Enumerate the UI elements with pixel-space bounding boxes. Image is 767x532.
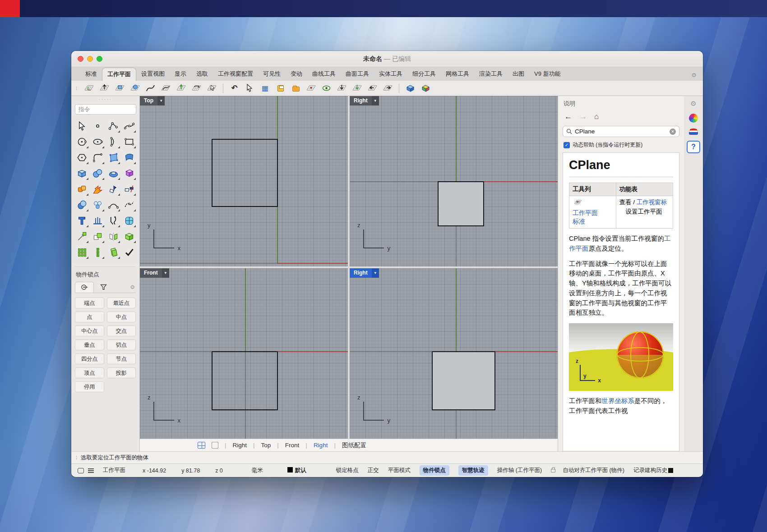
circle-center-icon[interactable] bbox=[74, 134, 90, 150]
ellipse-icon[interactable] bbox=[90, 134, 106, 150]
boolean-circles-icon[interactable] bbox=[74, 197, 90, 213]
toolbar-drag-handle[interactable]: ⁞ bbox=[76, 87, 79, 89]
torus-icon[interactable] bbox=[106, 165, 121, 181]
viewport-right-top[interactable]: Right▼ zy bbox=[350, 96, 558, 266]
tab-surface-tools[interactable]: 曲面工具 bbox=[341, 68, 374, 81]
fillet-corner-icon[interactable] bbox=[90, 150, 106, 165]
cplane-normal-icon[interactable] bbox=[176, 83, 187, 94]
tab-standard[interactable]: 标准 bbox=[80, 68, 102, 81]
subd-box-icon[interactable] bbox=[121, 213, 137, 229]
tab-select[interactable]: 选取 bbox=[191, 68, 213, 81]
tab-render-tools[interactable]: 渲染工具 bbox=[474, 68, 508, 81]
box-icon[interactable] bbox=[74, 165, 90, 181]
sphere-icon[interactable] bbox=[90, 165, 106, 181]
toggle-smarttrack[interactable]: 智慧轨迹 bbox=[458, 465, 488, 476]
home-icon[interactable]: ⌂ bbox=[594, 112, 599, 121]
tab-set-view[interactable]: 设置视图 bbox=[136, 68, 170, 81]
osnap-tab-filter[interactable] bbox=[94, 282, 113, 293]
viewport-title[interactable]: Right bbox=[350, 96, 372, 105]
osnap-point[interactable]: 点 bbox=[75, 312, 104, 322]
select-arrow-icon[interactable] bbox=[74, 118, 90, 134]
viewport-top[interactable]: Top▼ yx bbox=[140, 96, 348, 266]
viewport-menu-chevron-icon[interactable]: ▼ bbox=[162, 268, 169, 278]
osnap-gear-icon[interactable]: ⚙ bbox=[130, 284, 135, 290]
help-search-field[interactable]: CPlane ✕ bbox=[563, 126, 679, 137]
tab-v9-new[interactable]: V9 新功能 bbox=[529, 68, 566, 81]
tab-mesh-tools[interactable]: 网格工具 bbox=[441, 68, 474, 81]
layer-indicator[interactable]: 默认 bbox=[287, 467, 306, 474]
explode-icon[interactable] bbox=[90, 181, 106, 197]
tab-display[interactable]: 显示 bbox=[170, 68, 191, 81]
arc-icon[interactable] bbox=[106, 134, 121, 150]
cplane-world-icon[interactable] bbox=[305, 83, 317, 94]
cplane-rotate-icon[interactable] bbox=[191, 83, 202, 94]
adjustable-blend-icon[interactable] bbox=[121, 197, 137, 213]
named-cplane-table-icon[interactable]: ▦ bbox=[259, 83, 271, 94]
tab-drafting[interactable]: 出图 bbox=[508, 68, 529, 81]
cplane-elevate-icon[interactable] bbox=[351, 83, 363, 94]
toggle-gumball[interactable]: 操作轴 (工作平面) bbox=[497, 467, 542, 474]
show-cplane-eye-icon[interactable] bbox=[321, 83, 332, 94]
plane-material-icon[interactable] bbox=[405, 83, 416, 94]
viewport-right-bottom[interactable]: Right▼ zy bbox=[350, 268, 558, 439]
move-icon[interactable] bbox=[74, 229, 90, 244]
viewport-tab-front[interactable]: Front bbox=[285, 442, 300, 449]
display-color-icon[interactable] bbox=[689, 114, 698, 123]
world-coordinate-link[interactable]: 世界坐标系 bbox=[602, 397, 635, 404]
rectangle-icon[interactable] bbox=[121, 134, 137, 150]
cplane-vertical-icon[interactable] bbox=[99, 83, 110, 94]
tab-curve-tools[interactable]: 曲线工具 bbox=[307, 68, 341, 81]
rectangle-object[interactable] bbox=[212, 351, 278, 410]
sidebar-drag-handle[interactable]: ····· bbox=[99, 97, 112, 101]
panel-gear-icon[interactable]: ⚙ bbox=[690, 100, 696, 108]
array-grid-icon[interactable] bbox=[74, 244, 90, 260]
boolean-solid-icon[interactable] bbox=[74, 181, 90, 197]
rectangle-object[interactable] bbox=[432, 351, 495, 410]
clear-search-icon[interactable]: ✕ bbox=[670, 128, 676, 135]
copy-icon[interactable] bbox=[90, 229, 106, 244]
cplane-object-icon[interactable] bbox=[114, 83, 125, 94]
osnap-disable[interactable]: 停用 bbox=[75, 381, 104, 392]
viewport-tab-right-1[interactable]: Right bbox=[233, 442, 247, 449]
toggle-planar[interactable]: 平面模式 bbox=[388, 467, 411, 474]
dynamic-help-checkbox[interactable]: ✓ bbox=[564, 142, 570, 148]
viewport-title[interactable]: Front bbox=[140, 268, 162, 278]
osnap-perpendicular[interactable]: 垂点 bbox=[75, 339, 104, 350]
back-icon[interactable]: ← bbox=[564, 112, 572, 121]
split-icon[interactable] bbox=[121, 181, 137, 197]
viewport-tab-layout[interactable]: 图纸配置 bbox=[342, 441, 366, 449]
toggle-grid-snap[interactable]: 锁定格点 bbox=[336, 467, 359, 474]
select-cplane-icon[interactable] bbox=[244, 83, 255, 94]
osnap-center[interactable]: 中心点 bbox=[75, 326, 104, 336]
cplane-z-down-icon[interactable] bbox=[336, 83, 347, 94]
toggle-autocplane[interactable]: 自动对齐工作平面 (物件) bbox=[563, 467, 624, 474]
viewport-title[interactable]: Top bbox=[140, 96, 157, 105]
undo-icon[interactable]: ↶ bbox=[229, 83, 240, 94]
help-panel-tab-icon[interactable]: ? bbox=[687, 141, 700, 153]
surface-corner-points-icon[interactable] bbox=[106, 150, 121, 165]
tabrow-gear-icon[interactable]: ⚙ bbox=[691, 72, 697, 81]
osnap-project[interactable]: 投影 bbox=[107, 367, 136, 378]
osnap-end[interactable]: 端点 bbox=[75, 298, 104, 308]
world-box-icon[interactable] bbox=[420, 83, 431, 94]
plane-checker-icon[interactable] bbox=[121, 165, 137, 181]
surface-curved-icon[interactable] bbox=[121, 150, 137, 165]
cplane-previous-icon[interactable] bbox=[367, 83, 378, 94]
tab-subd-tools[interactable]: 细分工具 bbox=[407, 68, 441, 81]
array-box-icon[interactable] bbox=[121, 229, 137, 244]
rectangle-object[interactable] bbox=[438, 181, 484, 226]
viewport-title-active[interactable]: Right bbox=[350, 268, 372, 278]
cplane-pick-icon[interactable] bbox=[206, 83, 217, 94]
viewport-menu-chevron-icon[interactable]: ▼ bbox=[157, 96, 165, 105]
viewport-menu-chevron-icon[interactable]: ▼ bbox=[372, 268, 379, 278]
osnap-knot[interactable]: 节点 bbox=[107, 353, 136, 364]
cplane-sphere-icon[interactable] bbox=[129, 83, 141, 94]
curve-interpolate-icon[interactable] bbox=[121, 118, 137, 134]
tab-solid-tools[interactable]: 实体工具 bbox=[374, 68, 407, 81]
flow-along-curve-icon[interactable] bbox=[106, 244, 121, 260]
check-selection-icon[interactable] bbox=[121, 244, 137, 260]
osnap-quadrant[interactable]: 四分点 bbox=[75, 353, 104, 364]
tab-cplane[interactable]: 工作平面 bbox=[102, 68, 136, 81]
filter-icon[interactable] bbox=[668, 468, 673, 473]
cplane-curve-icon[interactable] bbox=[160, 83, 171, 94]
